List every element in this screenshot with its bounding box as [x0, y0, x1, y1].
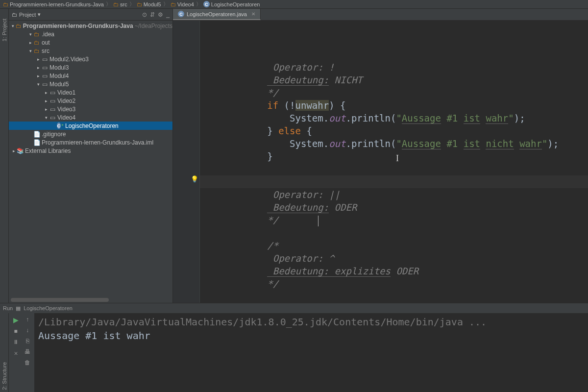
print-icon[interactable]: 🖶: [24, 348, 30, 355]
pkg-icon: ▭: [41, 56, 48, 63]
breadcrumb-item[interactable]: 🗀src: [113, 1, 127, 7]
tree-item-label: Modul2.Video3: [49, 56, 89, 63]
tree-item-label: .idea: [42, 31, 54, 38]
tree-arrow-icon[interactable]: ▾: [35, 82, 41, 87]
pkg-icon: ▭: [49, 114, 56, 121]
tree-item[interactable]: ▾🗀.idea: [9, 30, 172, 38]
tree-root[interactable]: ▾🗀 Programmieren-lernen-Grundkurs-Java ~…: [9, 22, 172, 30]
library-icon: 📚: [17, 147, 24, 154]
editor-tab[interactable]: C LogischeOperatoren.java ✕: [173, 9, 261, 20]
folder-icon: 🗀: [33, 39, 40, 46]
tree-arrow-icon[interactable]: ▸: [35, 65, 41, 70]
java-class-icon: C ▸: [57, 122, 64, 129]
run-header: Run ▦ LogischeOperatoren: [0, 303, 588, 313]
chevron-down-icon[interactable]: ▾: [38, 11, 41, 18]
intention-bulb-icon[interactable]: 💡: [191, 175, 198, 183]
tree-arrow-icon[interactable]: ▸: [27, 40, 33, 45]
tree-arrow-icon[interactable]: ▸: [43, 107, 49, 112]
export-icon[interactable]: ⎘: [26, 338, 29, 344]
project-tree[interactable]: ▾🗀 Programmieren-lernen-Grundkurs-Java ~…: [9, 21, 172, 303]
tree-item-label: Modul5: [49, 81, 69, 88]
console-output[interactable]: /Library/Java/JavaVirtualMachines/jdk1.8…: [34, 313, 588, 392]
up-arrow-icon[interactable]: ↑: [26, 316, 29, 323]
tree-item[interactable]: ▸▭Modul3: [9, 63, 172, 72]
tree-item[interactable]: ▸🗀out: [9, 38, 172, 47]
folder-icon: 🗀: [113, 1, 119, 7]
java-class-icon: C: [203, 1, 210, 7]
pkg-icon: ▭: [49, 89, 56, 96]
tree-item-label: Video2: [57, 98, 75, 104]
tree-arrow-icon[interactable]: ▸: [43, 98, 49, 103]
tree-item[interactable]: ▾▭Modul5: [9, 80, 172, 88]
project-tool-window: 🗀 Project ▾ ⊙ ⇵ ⚙ ⎯ ▾🗀 Programmieren-ler…: [9, 9, 173, 303]
tree-item[interactable]: ▸▭Modul4: [9, 72, 172, 80]
tool-tab-project[interactable]: 1: Project: [1, 19, 7, 41]
folder-icon: 🗀: [137, 1, 142, 7]
breadcrumb-item[interactable]: 🗀Modul5: [137, 1, 161, 7]
tree-arrow-icon[interactable]: ▸: [35, 57, 41, 62]
pkg-icon: ▭: [41, 73, 48, 79]
scroll-to-source-icon[interactable]: ⊙: [142, 11, 147, 18]
run-header-config: LogischeOperatoren: [24, 305, 73, 311]
run-gutter: ▶ ■ ⏸ ⨉ ↑ ↓ ⎘ 🖶 🗑: [9, 313, 34, 392]
tree-arrow-icon[interactable]: ▾: [27, 49, 33, 53]
tree-item-label: Programmieren-lernen-Grundkurs-Java.iml: [42, 139, 153, 146]
tree-item[interactable]: C ▸LogischeOperatoren: [9, 122, 172, 130]
editor-tab-bar: C LogischeOperatoren.java ✕: [173, 9, 588, 21]
run-icon[interactable]: ▶: [13, 316, 19, 324]
close-icon[interactable]: ⨉: [14, 349, 18, 356]
close-icon[interactable]: ✕: [251, 11, 255, 17]
down-arrow-icon[interactable]: ↓: [26, 327, 29, 334]
tree-external-libraries[interactable]: ▸📚 External Libraries: [9, 147, 172, 155]
editor-gutter: 💡: [173, 21, 200, 303]
breadcrumb-item[interactable]: 🗀Video4: [171, 1, 194, 7]
run-header-label: Run: [3, 305, 13, 311]
tree-item[interactable]: ▸▭Video1: [9, 88, 172, 97]
tool-tab-structure[interactable]: 2: Structure: [1, 362, 7, 390]
stop-icon[interactable]: ■: [14, 328, 17, 335]
editor-area: C LogischeOperatoren.java ✕ 💡 I Operator…: [173, 9, 588, 303]
tree-item[interactable]: 📄Programmieren-lernen-Grundkurs-Java.iml: [9, 138, 172, 147]
tree-arrow-icon[interactable]: ▸: [43, 90, 49, 95]
tree-item[interactable]: ▸▭Video3: [9, 105, 172, 113]
caret: [318, 216, 318, 226]
project-header: 🗀 Project ▾ ⊙ ⇵ ⚙ ⎯: [9, 9, 172, 21]
gear-icon[interactable]: ⚙: [158, 11, 163, 18]
code-editor[interactable]: 💡 I Operator: ! Bedeutung: NICHT */ if (…: [173, 21, 588, 303]
text-cursor-icon: I: [396, 152, 399, 165]
file-icon: 📄: [33, 131, 40, 138]
breadcrumb-item[interactable]: CLogischeOperatoren: [203, 1, 260, 7]
left-tool-strip-bottom: 2: Structure: [0, 313, 9, 392]
scrollbar-thumb[interactable]: [11, 298, 109, 302]
tree-item[interactable]: ▾🗀src: [9, 47, 172, 55]
pause-icon[interactable]: ⏸: [13, 339, 19, 345]
tab-label: LogischeOperatoren.java: [187, 11, 247, 17]
tree-item-label: Video1: [57, 89, 75, 96]
tree-item[interactable]: ▸▭Video2: [9, 97, 172, 105]
breadcrumb-item[interactable]: 🗀Programmieren-lernen-Grundkurs-Java: [3, 1, 104, 7]
folder-icon: 🗀: [33, 48, 40, 54]
tree-item[interactable]: 📄.gitignore: [9, 130, 172, 138]
tree-item-label: LogischeOperatoren: [65, 122, 119, 129]
code-content[interactable]: I Operator: ! Bedeutung: NICHT */ if (!u…: [200, 21, 588, 303]
run-config-icon: ▦: [16, 305, 21, 312]
left-tool-strip: 1: Project: [0, 9, 9, 303]
java-class-icon: C: [178, 11, 184, 17]
project-header-icon: 🗀: [12, 12, 17, 18]
tree-arrow-icon[interactable]: ▾: [43, 115, 49, 120]
collapse-all-icon[interactable]: ⇵: [150, 11, 155, 18]
folder-icon: 🗀: [33, 31, 40, 38]
file-icon: 📄: [33, 139, 40, 146]
tree-item-label: Modul3: [49, 64, 69, 71]
tree-item[interactable]: ▸▭Modul2.Video3: [9, 55, 172, 63]
breadcrumb: 🗀Programmieren-lernen-Grundkurs-Java 〉 🗀…: [0, 0, 588, 9]
tree-item-label: Modul4: [49, 73, 69, 79]
tree-item[interactable]: ▾▭Video4: [9, 113, 172, 122]
pkg-icon: ▭: [49, 98, 56, 104]
tree-arrow-icon[interactable]: ▾: [27, 32, 33, 37]
hide-panel-icon[interactable]: ⎯: [166, 11, 170, 18]
pkg-icon: ▭: [41, 64, 48, 71]
run-tool-window: Run ▦ LogischeOperatoren 2: Structure ▶ …: [0, 303, 588, 392]
tree-arrow-icon[interactable]: ▸: [35, 74, 41, 78]
trash-icon[interactable]: 🗑: [24, 359, 30, 366]
